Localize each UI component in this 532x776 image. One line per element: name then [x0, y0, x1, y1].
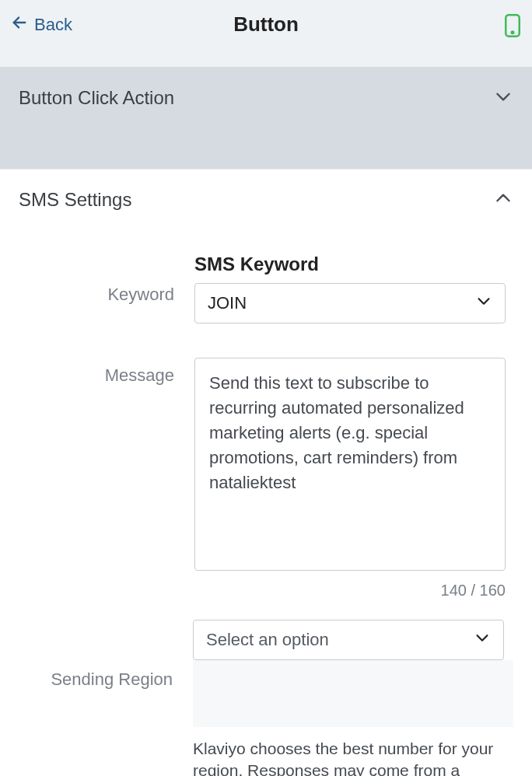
back-label: Back [34, 15, 72, 35]
message-row: Message 140 / 160 [19, 358, 513, 599]
sms-settings-section[interactable]: SMS Settings [0, 169, 532, 230]
chevron-up-icon [493, 188, 513, 211]
keyword-select-value: JOIN [208, 293, 247, 313]
chevron-down-icon [493, 86, 513, 110]
sending-region-help: Klaviyo chooses the best number for your… [193, 738, 504, 776]
back-button[interactable]: Back [11, 14, 72, 36]
message-label: Message [19, 365, 174, 386]
keyword-select[interactable]: JOIN [194, 283, 506, 323]
page-title: Button [233, 12, 299, 37]
keyword-row: Keyword SMS Keyword JOIN [19, 253, 513, 323]
svg-point-2 [512, 32, 514, 34]
chevron-down-icon [475, 292, 492, 314]
keyword-label-col: Keyword [19, 253, 194, 305]
sending-region-placeholder: Select an option [206, 630, 329, 650]
sending-region-input-col: Select an option Klaviyo chooses the bes… [193, 620, 513, 776]
message-char-count: 140 / 160 [194, 582, 506, 599]
keyword-label: Keyword [19, 285, 174, 305]
sending-region-row: Sending Region Select an option Klaviyo … [19, 620, 513, 776]
message-textarea[interactable] [194, 358, 506, 571]
sending-region-label-col: Sending Region [19, 620, 193, 690]
section-title: SMS Settings [19, 189, 131, 211]
sending-region-label: Sending Region [19, 669, 173, 690]
message-label-col: Message [19, 358, 194, 386]
message-input-col: 140 / 160 [194, 358, 513, 599]
sending-region-select[interactable]: Select an option [193, 620, 504, 660]
sms-settings-body: Keyword SMS Keyword JOIN Message 140 / 1… [0, 230, 532, 776]
section-title: Button Click Action [19, 87, 174, 109]
mobile-icon [504, 26, 521, 40]
arrow-left-icon [11, 14, 28, 36]
button-click-action-section[interactable]: Button Click Action [0, 67, 532, 128]
header: Back Button [0, 0, 532, 67]
keyword-heading: SMS Keyword [194, 253, 513, 275]
section-spacer [0, 128, 532, 169]
mobile-preview-button[interactable] [504, 14, 521, 40]
region-preview-box [193, 660, 513, 727]
keyword-input-col: SMS Keyword JOIN [194, 253, 513, 323]
chevron-down-icon [474, 629, 491, 651]
